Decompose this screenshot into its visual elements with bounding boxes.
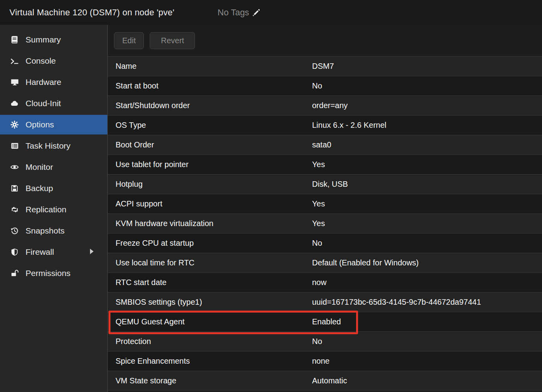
option-row-start-at-boot[interactable]: Start at bootNo: [108, 76, 542, 96]
sidebar-item-label: Firewall: [26, 247, 54, 257]
shield-icon: [9, 247, 20, 257]
sidebar-item-label: Console: [26, 56, 56, 66]
option-row-qemu-guest-agent[interactable]: QEMU Guest AgentEnabled: [108, 312, 542, 331]
option-value: Yes: [312, 199, 542, 208]
sidebar-item-label: Task History: [26, 141, 70, 151]
option-label: KVM hardware virtualization: [108, 219, 312, 228]
option-value: No: [312, 337, 542, 346]
desktop-icon: [9, 77, 20, 87]
sidebar-item-label: Permissions: [26, 269, 70, 278]
option-row-spice[interactable]: Spice Enhancementsnone: [108, 351, 542, 371]
option-label: Freeze CPU at startup: [108, 239, 312, 248]
unlock-icon: [9, 269, 20, 278]
option-label: Use tablet for pointer: [108, 160, 312, 169]
option-row-os-type[interactable]: OS TypeLinux 6.x - 2.6 Kernel: [108, 115, 542, 135]
tags-edit-area[interactable]: No Tags: [218, 7, 261, 18]
option-value: Yes: [312, 219, 542, 228]
sidebar-item-label: Options: [26, 120, 54, 129]
sidebar-item-summary[interactable]: Summary: [0, 30, 107, 50]
option-row-smbios[interactable]: SMBIOS settings (type1)uuid=167173bc-65d…: [108, 292, 542, 312]
history-icon: [9, 226, 20, 236]
sidebar-item-label: Backup: [26, 184, 53, 193]
option-label: RTC start date: [108, 278, 312, 287]
edit-button[interactable]: Edit: [114, 32, 144, 49]
pencil-icon[interactable]: [252, 8, 261, 17]
option-row-vm-state-storage[interactable]: VM State storageAutomatic: [108, 371, 542, 390]
option-value: Disk, USB: [312, 180, 542, 189]
sidebar-item-firewall[interactable]: Firewall: [0, 242, 107, 262]
main-split: Summary Console Hardware Cloud-Init: [0, 25, 542, 392]
sidebar-item-monitor[interactable]: Monitor: [0, 157, 107, 177]
option-label: Use local time for RTC: [108, 258, 312, 267]
option-label: Start at boot: [108, 81, 312, 90]
option-value: now: [312, 278, 542, 287]
page-title: Virtual Machine 120 (DSM7) on node 'pve': [9, 7, 175, 18]
option-row-freeze-cpu[interactable]: Freeze CPU at startupNo: [108, 233, 542, 253]
chevron-right-icon: [90, 248, 94, 256]
option-value: Automatic: [312, 376, 542, 385]
option-value: Yes: [312, 160, 542, 169]
options-table: NameDSM7 Start at bootNo Start/Shutdown …: [108, 56, 542, 390]
option-row-startup-order[interactable]: Start/Shutdown orderorder=any: [108, 96, 542, 115]
gear-icon: [9, 120, 20, 129]
option-label: ACPI support: [108, 199, 312, 208]
terminal-icon: [9, 56, 20, 66]
floppy-icon: [9, 184, 20, 193]
option-row-rtc-start-date[interactable]: RTC start datenow: [108, 272, 542, 292]
option-row-boot-order[interactable]: Boot Ordersata0: [108, 135, 542, 155]
option-row-hotplug[interactable]: HotplugDisk, USB: [108, 174, 542, 194]
sidebar-item-label: Snapshots: [26, 226, 64, 236]
option-label: QEMU Guest Agent: [108, 317, 312, 326]
option-row-protection[interactable]: ProtectionNo: [108, 331, 542, 351]
sidebar-item-options[interactable]: Options: [0, 115, 107, 134]
sidebar-item-backup[interactable]: Backup: [0, 179, 107, 198]
option-label: OS Type: [108, 121, 312, 130]
option-value: none: [312, 357, 542, 366]
option-value: uuid=167173bc-65d3-4145-9c7b-44672da9744…: [312, 298, 542, 307]
option-row-tablet-pointer[interactable]: Use tablet for pointerYes: [108, 155, 542, 174]
eye-icon: [9, 162, 20, 172]
option-value: Default (Enabled for Windows): [312, 258, 542, 267]
sidebar-item-label: Replication: [26, 205, 66, 214]
option-label: VM State storage: [108, 376, 312, 385]
option-label: Name: [108, 62, 312, 71]
option-label: Boot Order: [108, 140, 312, 149]
sidebar-item-replication[interactable]: Replication: [0, 200, 107, 219]
retweet-icon: [9, 205, 20, 214]
option-value: DSM7: [312, 62, 542, 71]
option-value: Linux 6.x - 2.6 Kernel: [312, 121, 542, 130]
options-toolbar: Edit Revert: [108, 25, 542, 56]
option-value: Enabled: [312, 317, 542, 326]
option-row-localtime-rtc[interactable]: Use local time for RTCDefault (Enabled f…: [108, 253, 542, 272]
revert-button[interactable]: Revert: [150, 32, 195, 49]
sidebar-item-task-history[interactable]: Task History: [0, 136, 107, 156]
sidebar-item-permissions[interactable]: Permissions: [0, 263, 107, 283]
vm-menu-sidebar: Summary Console Hardware Cloud-Init: [0, 25, 108, 392]
option-value: order=any: [312, 101, 542, 110]
option-value: No: [312, 81, 542, 90]
vm-header: Virtual Machine 120 (DSM7) on node 'pve'…: [0, 0, 542, 25]
option-label: SMBIOS settings (type1): [108, 298, 312, 307]
sidebar-item-cloud-init[interactable]: Cloud-Init: [0, 94, 107, 113]
sidebar-item-console[interactable]: Console: [0, 51, 107, 71]
cloud-icon: [9, 99, 20, 108]
option-label: Start/Shutdown order: [108, 101, 312, 110]
option-label: Hotplug: [108, 180, 312, 189]
option-label: Spice Enhancements: [108, 357, 312, 366]
list-icon: [9, 141, 20, 151]
option-value: sata0: [312, 140, 542, 149]
option-row-acpi[interactable]: ACPI supportYes: [108, 194, 542, 213]
proxmox-app: Virtual Machine 120 (DSM7) on node 'pve'…: [0, 0, 542, 392]
options-panel: Edit Revert NameDSM7 Start at bootNo Sta…: [108, 25, 542, 392]
option-row-name[interactable]: NameDSM7: [108, 56, 542, 76]
sidebar-item-label: Cloud-Init: [26, 99, 61, 108]
sidebar-item-label: Summary: [26, 35, 61, 44]
sidebar-item-hardware[interactable]: Hardware: [0, 72, 107, 92]
option-label: Protection: [108, 337, 312, 346]
option-row-kvm[interactable]: KVM hardware virtualizationYes: [108, 213, 542, 233]
option-value: No: [312, 239, 542, 248]
book-icon: [9, 35, 20, 44]
no-tags-label: No Tags: [218, 7, 249, 18]
sidebar-item-label: Hardware: [26, 77, 61, 87]
sidebar-item-snapshots[interactable]: Snapshots: [0, 221, 107, 241]
